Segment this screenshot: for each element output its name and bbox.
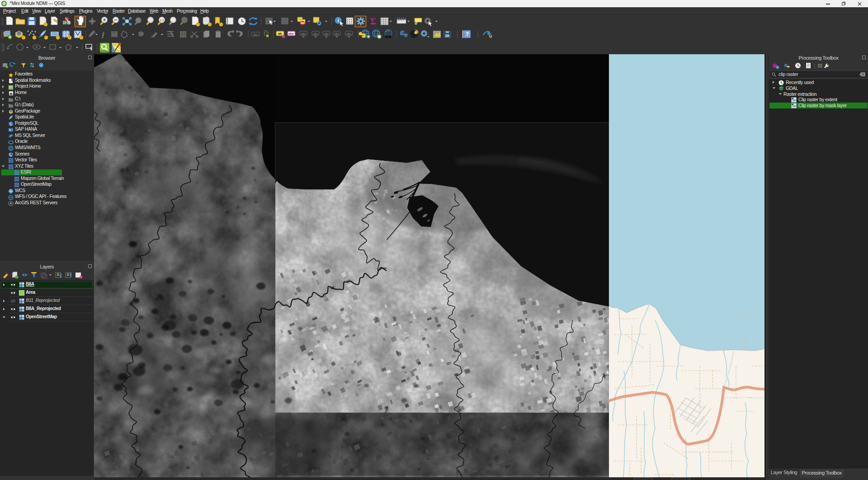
svg-text:abc: abc xyxy=(253,33,258,36)
svg-text:?: ? xyxy=(466,32,469,37)
svg-text:abc: abc xyxy=(324,32,329,35)
svg-text:abc: abc xyxy=(301,32,306,35)
svg-text:abc: abc xyxy=(288,32,295,36)
svg-text:abc: abc xyxy=(335,32,340,35)
svg-text:abc: abc xyxy=(347,32,352,35)
svg-text:ab: ab xyxy=(278,32,282,36)
svg-text:Σ: Σ xyxy=(370,16,376,26)
svg-text:abc: abc xyxy=(313,32,318,35)
svg-text:1:1: 1:1 xyxy=(160,18,164,22)
